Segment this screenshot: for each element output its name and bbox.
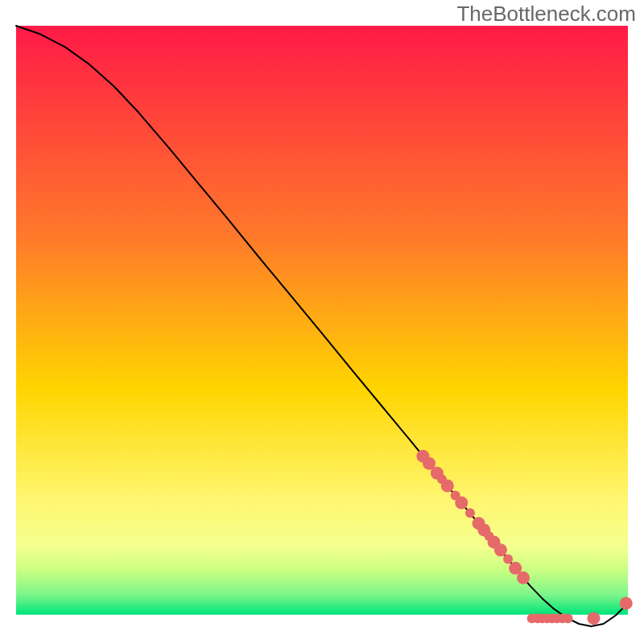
chart-root: TheBottleneck.com bbox=[0, 0, 644, 644]
data-point bbox=[494, 543, 507, 556]
chart-svg bbox=[0, 0, 644, 644]
data-point bbox=[503, 555, 513, 564]
data-point bbox=[455, 497, 468, 510]
data-point bbox=[441, 480, 454, 493]
data-point bbox=[517, 572, 530, 584]
plot-area bbox=[16, 26, 628, 631]
data-point bbox=[564, 613, 573, 623]
data-point bbox=[620, 597, 633, 609]
data-point bbox=[465, 508, 475, 518]
data-point bbox=[587, 612, 600, 625]
